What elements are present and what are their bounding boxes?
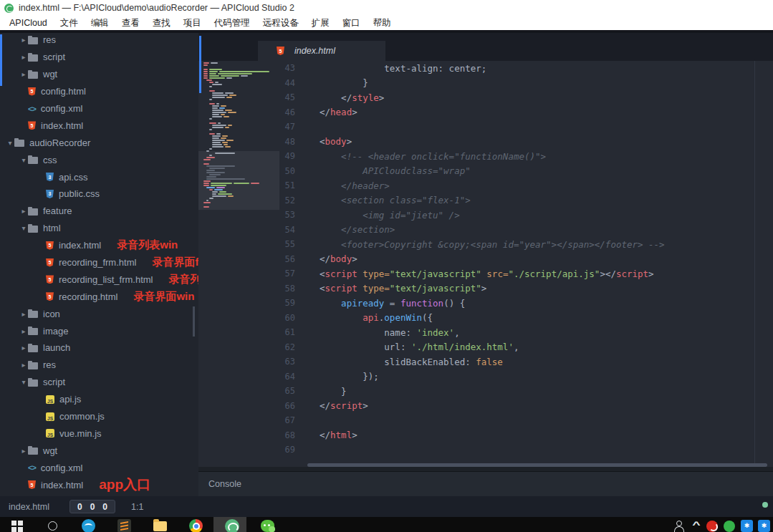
chevron-down-icon[interactable]: ▾	[19, 378, 28, 386]
chevron-right-icon[interactable]: ▸	[19, 36, 28, 44]
blue-square-icon[interactable]: ✱	[741, 520, 753, 532]
tree-item-label: feature	[43, 205, 72, 216]
chevron-right-icon[interactable]: ▸	[19, 207, 28, 215]
menu-item[interactable]: 帮助	[367, 17, 398, 29]
sidebar-scrollbar-right[interactable]	[193, 306, 195, 337]
tree-item[interactable]: 5index.html	[0, 117, 198, 134]
menu-item[interactable]: APICloud	[3, 18, 54, 28]
warning-count: 0	[90, 502, 95, 512]
code-line: 64 });	[198, 369, 773, 385]
line-number: 63	[198, 357, 295, 367]
tree-item-label: api.css	[59, 172, 87, 183]
tree-item[interactable]: 5config.html	[0, 83, 198, 100]
file-explorer-icon[interactable]	[153, 521, 167, 531]
tree-item[interactable]: JScommon.js	[0, 408, 198, 425]
annotation: app入口	[99, 475, 150, 494]
tree-item[interactable]: ▸res	[0, 33, 198, 49]
code-line: 65 }	[198, 384, 773, 399]
status-file-name: index.html	[9, 502, 49, 512]
sidebar-scrollbar-left[interactable]	[0, 34, 2, 86]
code-line: 54 </section>	[198, 223, 773, 238]
people-icon[interactable]	[672, 520, 686, 532]
blue-square-icon[interactable]: ✱	[758, 520, 770, 532]
sublime-text-icon[interactable]	[117, 519, 131, 532]
code-area[interactable]: 43 text-align: center;44 }45 </style>46<…	[198, 61, 773, 458]
menu-item[interactable]: 查找	[146, 17, 177, 29]
tree-item[interactable]: ▾audioRecorder	[0, 134, 198, 151]
line-number: 52	[198, 195, 295, 205]
menu-item[interactable]: 查看	[115, 17, 146, 29]
html-icon: 5	[46, 275, 54, 284]
tree-item-label: common.js	[59, 411, 105, 422]
chevron-down-icon[interactable]: ▾	[6, 139, 14, 147]
tree-item[interactable]: ▸launch	[0, 339, 198, 357]
html-icon: 5	[46, 258, 54, 267]
line-number: 47	[198, 122, 295, 132]
tree-item-label: script	[43, 52, 65, 62]
code-text: <!-- <header onclick="functionName()">	[320, 151, 546, 162]
tree-item[interactable]: ▸icon	[0, 305, 198, 322]
code-line: 56</body>	[198, 252, 773, 267]
code-line: 45 </style>	[198, 90, 773, 105]
folder-icon	[28, 72, 38, 79]
chevron-right-icon[interactable]: ▸	[19, 310, 28, 318]
tree-item[interactable]: ▸wgt	[0, 442, 198, 459]
red-app-icon[interactable]	[706, 521, 718, 532]
tree-item[interactable]: 3public.css	[0, 185, 198, 203]
code-line: 44 }	[198, 76, 773, 91]
apicloud-studio-icon[interactable]	[225, 519, 239, 532]
tree-item[interactable]: ▸image	[0, 322, 198, 339]
chevron-down-icon[interactable]: ▾	[19, 224, 28, 232]
chevron-right-icon[interactable]: ▸	[19, 344, 28, 352]
code-line: 66</script>	[198, 399, 773, 414]
console-panel[interactable]: Console	[198, 471, 773, 496]
windows-start-icon[interactable]	[10, 519, 24, 532]
tree-item[interactable]: 3api.css	[0, 168, 198, 185]
chrome-icon[interactable]	[189, 519, 203, 532]
tab-index-html[interactable]: 5 index.html	[258, 41, 385, 61]
tree-item[interactable]: ▾script	[0, 374, 198, 391]
menu-item[interactable]: 编辑	[85, 17, 115, 29]
tree-item[interactable]: <>config.xml	[0, 100, 198, 117]
show-hidden-icon[interactable]: ^	[686, 520, 707, 532]
tree-item[interactable]: ▾css	[0, 151, 198, 168]
chevron-right-icon[interactable]: ▸	[19, 447, 28, 455]
tree-item[interactable]: ▾html	[0, 220, 198, 237]
chevron-right-icon[interactable]: ▸	[19, 327, 28, 335]
tree-item[interactable]: 5recording_list_frm.html录音列表frm	[0, 271, 198, 288]
tree-item[interactable]: ▸wgt	[0, 66, 198, 83]
folder-icon	[28, 448, 38, 455]
info-count: 0	[102, 502, 107, 512]
tree-item[interactable]: ▸script	[0, 49, 198, 66]
wechat-icon[interactable]	[261, 520, 274, 532]
tree-item[interactable]: JSvue.min.js	[0, 425, 198, 442]
tree-item[interactable]: 5recording.html录音界面win	[0, 288, 198, 305]
tree-item[interactable]: ▸res	[0, 357, 198, 374]
tree-item-label: icon	[43, 309, 60, 319]
menu-item[interactable]: 代码管理	[208, 17, 256, 29]
chevron-down-icon[interactable]: ▾	[19, 156, 28, 164]
chevron-right-icon[interactable]: ▸	[19, 53, 28, 61]
tree-item[interactable]: 5recording_frm.html录音界面frm	[0, 254, 198, 271]
green-app-icon[interactable]	[724, 521, 735, 532]
menu-item[interactable]: 扩展	[305, 17, 336, 29]
blue-app-icon[interactable]	[82, 519, 95, 532]
css-icon: 3	[46, 190, 54, 198]
tree-item[interactable]: JSapi.js	[0, 391, 198, 408]
status-counts[interactable]: 0 0 0	[69, 500, 115, 513]
tree-item[interactable]: 5index.htmlapp入口	[0, 476, 198, 493]
code-line: 57<script type="text/javascript" src="./…	[198, 266, 773, 281]
tree-item[interactable]: <>config.xml	[0, 459, 198, 476]
menu-item[interactable]: 项目	[177, 17, 208, 29]
tree-item[interactable]: 5index.html录音列表win	[0, 237, 198, 254]
menu-item[interactable]: 文件	[54, 17, 85, 29]
line-number: 49	[198, 151, 295, 161]
search-icon[interactable]	[46, 519, 60, 532]
menu-item[interactable]: 窗口	[336, 17, 367, 29]
folder-icon	[28, 379, 38, 387]
menu-item[interactable]: 远程设备	[256, 17, 305, 29]
code-text: </head>	[320, 107, 357, 117]
chevron-right-icon[interactable]: ▸	[19, 70, 28, 78]
tree-item[interactable]: ▸feature	[0, 203, 198, 220]
chevron-right-icon[interactable]: ▸	[19, 361, 28, 369]
